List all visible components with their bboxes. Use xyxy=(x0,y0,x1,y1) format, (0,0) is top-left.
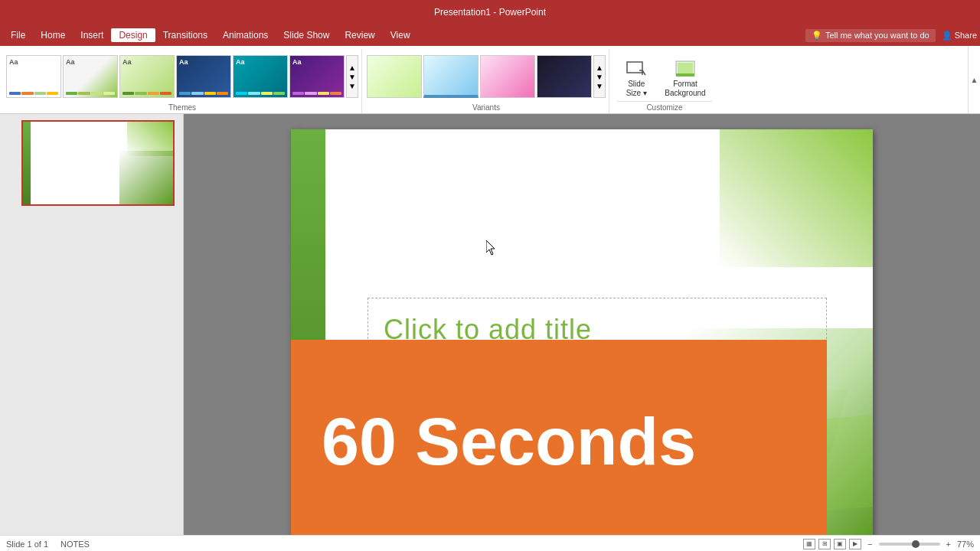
theme-item-2[interactable]: Aa xyxy=(63,55,118,98)
theme-label-5: Aa xyxy=(236,58,245,66)
zoom-slider[interactable] xyxy=(879,543,940,546)
thumb-green-left xyxy=(23,122,31,204)
variant-item-2[interactable] xyxy=(423,55,479,98)
slide-info: Slide 1 of 1 xyxy=(6,540,48,549)
canvas-area: Click to add title subtitle 60 Seconds xyxy=(184,114,980,535)
menu-insert[interactable]: Insert xyxy=(73,28,111,42)
theme-item-4[interactable]: Aa xyxy=(176,55,231,98)
thumbnail-content xyxy=(23,122,173,204)
svg-rect-4 xyxy=(676,73,694,77)
status-right: ▦ ⊞ ▣ ▶ − + 77% xyxy=(803,539,974,549)
slide-thumbnail[interactable] xyxy=(21,120,175,206)
status-bar: Slide 1 of 1 NOTES ▦ ⊞ ▣ ▶ − + 77% xyxy=(0,535,980,551)
slides-panel: 1 xyxy=(0,114,184,535)
canvas-green-shape1 xyxy=(720,129,873,267)
menu-bar: File Home Insert Design Transitions Anim… xyxy=(0,24,980,46)
slideshow-view-icon[interactable]: ▶ xyxy=(849,539,861,549)
main-area: 1 xyxy=(0,114,980,535)
share-button[interactable]: 👤 Share xyxy=(942,31,977,41)
theme-label-3: Aa xyxy=(122,58,132,66)
format-background-label: FormatBackground xyxy=(665,80,705,98)
reading-view-icon[interactable]: ▣ xyxy=(834,539,846,549)
menu-review[interactable]: Review xyxy=(337,28,382,42)
view-icons: ▦ ⊞ ▣ ▶ xyxy=(803,539,861,549)
customize-label: Customize xyxy=(617,101,712,113)
normal-view-icon[interactable]: ▦ xyxy=(803,539,815,549)
zoom-plus[interactable]: + xyxy=(946,540,951,549)
slide-canvas[interactable]: Click to add title subtitle 60 Seconds xyxy=(291,129,873,535)
menu-slideshow[interactable]: Slide Show xyxy=(276,28,337,42)
variant-item-1[interactable] xyxy=(367,55,422,98)
menu-animations[interactable]: Animations xyxy=(215,28,276,42)
themes-scroll-button[interactable]: ▲ ▼ ▼ xyxy=(346,55,358,98)
svg-rect-3 xyxy=(678,63,693,73)
menu-transitions[interactable]: Transitions xyxy=(155,28,215,42)
thumb-green-bottom xyxy=(119,151,173,204)
zoom-thumb xyxy=(912,540,920,548)
customize-section: SlideSize ▾ FormatBackground Customize xyxy=(611,49,718,113)
variants-row: ▲ ▼ ▼ xyxy=(367,55,606,98)
menu-home[interactable]: Home xyxy=(33,28,73,42)
menu-view[interactable]: View xyxy=(383,28,418,42)
title-bar-title: Presentation1 - PowerPoint xyxy=(6,7,974,18)
themes-row: Aa Aa xyxy=(6,55,358,98)
variant-item-3[interactable] xyxy=(480,55,535,98)
sixty-seconds-text: 60 Seconds xyxy=(322,408,696,475)
search-placeholder: Tell me what you want to do xyxy=(825,31,929,40)
theme-label-1: Aa xyxy=(9,58,18,66)
variants-scroll-button[interactable]: ▲ ▼ ▼ xyxy=(593,55,606,98)
notes-button[interactable]: NOTES xyxy=(60,540,90,549)
slide-size-button[interactable]: SlideSize ▾ xyxy=(617,55,655,101)
theme-item-1[interactable]: Aa xyxy=(6,55,61,98)
svg-rect-0 xyxy=(627,62,642,73)
zoom-percent[interactable]: 77% xyxy=(957,540,974,549)
theme-label-2: Aa xyxy=(66,58,75,66)
variant-item-4[interactable] xyxy=(537,55,592,98)
search-bar[interactable]: 💡 Tell me what you want to do xyxy=(805,29,936,42)
variants-section: ▲ ▼ ▼ Variants xyxy=(364,49,609,113)
slide-thumbnail-wrapper: 1 xyxy=(6,120,177,206)
variants-label: Variants xyxy=(472,103,500,113)
title-bar: Presentation1 - PowerPoint xyxy=(0,0,980,24)
slide-sorter-icon[interactable]: ⊞ xyxy=(818,539,831,549)
customize-buttons: SlideSize ▾ FormatBackground xyxy=(617,52,711,101)
theme-label-4: Aa xyxy=(179,58,188,66)
ribbon: Aa Aa xyxy=(0,46,980,114)
orange-overlay: 60 Seconds xyxy=(291,340,827,535)
share-icon: 👤 xyxy=(942,31,952,41)
slide-size-label: SlideSize ▾ xyxy=(626,80,647,98)
format-background-icon xyxy=(673,58,697,80)
zoom-minus[interactable]: − xyxy=(867,540,872,549)
themes-section: Aa Aa xyxy=(3,49,362,113)
share-label: Share xyxy=(955,31,977,40)
theme-item-6[interactable]: Aa xyxy=(289,55,345,98)
theme-item-3[interactable]: Aa xyxy=(119,55,175,98)
themes-label: Themes xyxy=(168,103,196,113)
lightbulb-icon: 💡 xyxy=(812,31,822,41)
format-background-button[interactable]: FormatBackground xyxy=(658,55,711,101)
chevron-up-icon: ▲ xyxy=(971,76,978,84)
slide-size-icon xyxy=(624,58,648,80)
ribbon-collapse-button[interactable]: ▲ xyxy=(968,46,980,113)
menu-design[interactable]: Design xyxy=(111,28,155,42)
theme-label-6: Aa xyxy=(292,58,302,66)
theme-item-5[interactable]: Aa xyxy=(233,55,288,98)
menu-file[interactable]: File xyxy=(3,28,33,42)
